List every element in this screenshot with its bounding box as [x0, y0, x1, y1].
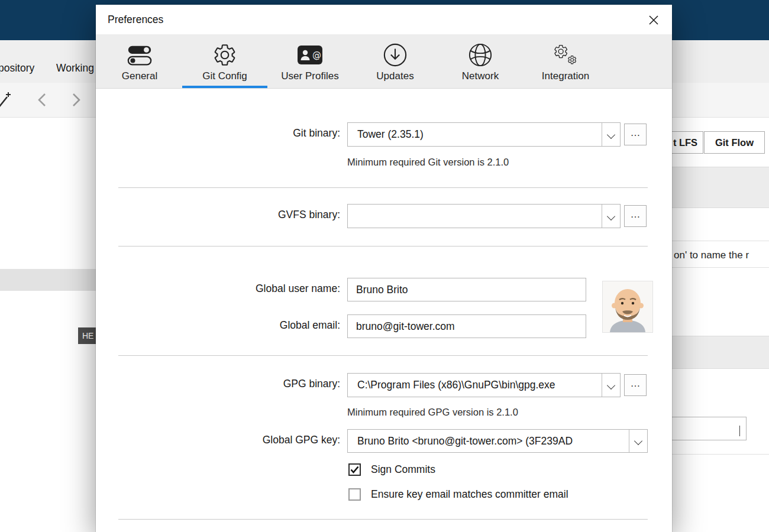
id-badge-icon: @ [297, 41, 323, 69]
tab-network[interactable]: Network [438, 34, 523, 88]
sidebar-selected-row [0, 269, 96, 291]
global-email-label: Global email: [186, 319, 340, 332]
bg-row-divider [672, 454, 769, 455]
globe-icon [468, 41, 493, 69]
gvfs-binary-select[interactable] [347, 204, 621, 228]
download-circle-icon [383, 41, 408, 69]
global-user-name-label: Global user name: [186, 283, 340, 295]
gvfs-binary-browse-button[interactable]: … [624, 205, 647, 227]
git-flow-button[interactable]: Git Flow [704, 131, 765, 154]
dialog-titlebar: Preferences [96, 5, 672, 34]
sign-commits-label: Sign Commits [371, 463, 435, 476]
global-gpg-key-label: Global GPG key: [186, 434, 340, 446]
chevron-down-icon [739, 426, 740, 436]
tab-general[interactable]: General [97, 34, 182, 88]
chevron-down-icon [629, 430, 647, 452]
gvfs-binary-label: GVFS binary: [186, 209, 340, 221]
global-user-name-input[interactable] [347, 278, 586, 301]
git-version-hint: Minimum required Git version is 2.1.0 [347, 157, 509, 168]
gear-icon [212, 41, 237, 69]
bg-dropdown[interactable] [667, 417, 747, 440]
gears-icon [552, 41, 579, 69]
sign-commits-checkbox[interactable] [348, 463, 361, 476]
git-binary-select[interactable]: Tower (2.35.1) [347, 122, 621, 147]
toggles-icon [126, 41, 153, 69]
chevron-down-icon [602, 205, 620, 228]
section-divider [118, 355, 648, 356]
tab-git-config[interactable]: Git Config [182, 34, 267, 88]
gpg-version-hint: Minimum required GPG version is 2.1.0 [347, 407, 518, 418]
chevron-down-icon [602, 374, 620, 397]
avatar [602, 281, 653, 333]
ensure-key-email-label: Ensure key email matches committer email [371, 488, 568, 501]
menu-item-repository[interactable]: pository [0, 62, 34, 74]
gpg-binary-browse-button[interactable]: … [624, 374, 647, 396]
wand-icon[interactable] [0, 89, 14, 112]
git-lfs-button[interactable]: t LFS [667, 131, 703, 154]
dialog-title: Preferences [108, 5, 163, 34]
tab-user-profiles[interactable]: @ User Profiles [267, 34, 353, 88]
section-divider [118, 519, 648, 520]
section-divider [118, 187, 648, 188]
bg-hint-text: on' to name the r [674, 249, 749, 261]
head-badge: HE [78, 327, 98, 344]
screen: pository Working HE t LFS Git Flow on' t… [0, 0, 769, 532]
ensure-key-email-checkbox[interactable] [348, 488, 361, 501]
close-icon[interactable] [645, 11, 663, 29]
chevron-down-icon [602, 123, 620, 146]
global-email-input[interactable] [347, 314, 586, 338]
bg-row-divider [672, 267, 769, 268]
bg-row-divider [672, 241, 769, 241]
global-gpg-key-select[interactable]: Bruno Brito <bruno@git-tower.com> (3F239… [347, 429, 648, 453]
tab-updates[interactable]: Updates [353, 34, 438, 88]
menu-item-working-copy[interactable]: Working [56, 62, 94, 74]
svg-text:@: @ [312, 50, 321, 60]
gpg-binary-select[interactable]: C:\Program Files (x86)\GnuPG\bin\gpg.exe [347, 373, 621, 397]
preferences-tab-bar: General Git Config @ [96, 34, 672, 89]
git-binary-browse-button[interactable]: … [624, 124, 647, 145]
bg-panel-band [672, 336, 769, 369]
section-divider [118, 246, 648, 246]
tab-integration[interactable]: Integration [523, 34, 608, 88]
gpg-binary-label: GPG binary: [186, 378, 340, 390]
preferences-dialog: Preferences General [96, 5, 672, 532]
forward-button[interactable] [66, 90, 85, 109]
back-button[interactable] [33, 90, 52, 109]
git-binary-label: Git binary: [186, 127, 340, 140]
bg-panel-band [672, 167, 769, 208]
